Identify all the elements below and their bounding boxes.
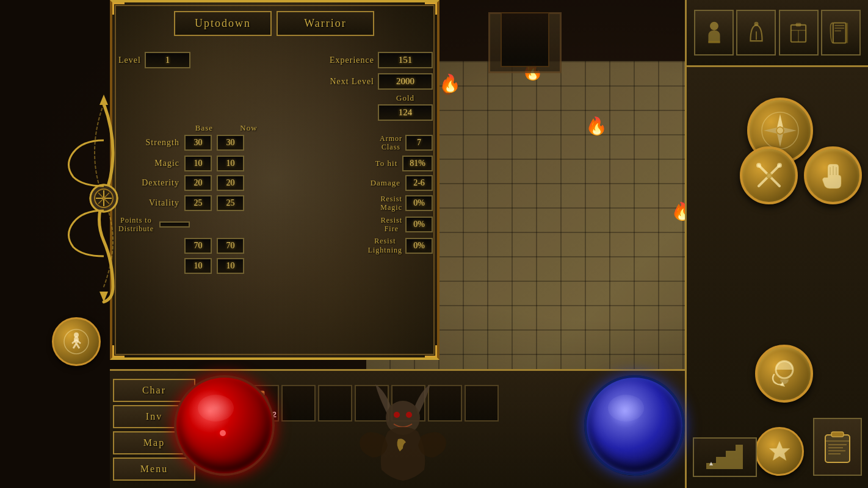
resist-lightning-label: ResistLightning — [368, 237, 402, 254]
to-hit-value: 81% — [402, 156, 433, 171]
gold-label: Gold — [396, 93, 414, 103]
extra-coin[interactable] — [755, 427, 804, 476]
corner-bl — [112, 345, 125, 357]
char-name-box: Uptodown — [174, 11, 272, 36]
svg-marker-1 — [99, 95, 108, 105]
strength-base: 30 — [184, 135, 212, 151]
mana-orb-highlight — [608, 395, 645, 422]
ui-inventory-icon[interactable] — [779, 10, 819, 56]
rotate-coin[interactable] — [755, 345, 813, 403]
vitality-base: 25 — [184, 195, 212, 211]
next-level-value: 2000 — [378, 73, 433, 90]
svg-rect-57 — [828, 450, 845, 451]
svg-line-14 — [76, 343, 79, 348]
health-orb-highlight — [198, 395, 234, 422]
svg-point-48 — [756, 163, 761, 168]
resist-fire-label: ResistFire — [381, 216, 402, 234]
svg-point-42 — [777, 127, 783, 134]
char-header: Uptodown Warrior — [113, 7, 435, 39]
level-label: Level — [118, 56, 141, 65]
stairs-icon-box[interactable] — [693, 437, 757, 477]
char-class: Warrior — [304, 17, 347, 29]
svg-rect-55 — [828, 444, 847, 445]
col-now-label: Now — [229, 123, 269, 133]
svg-rect-61 — [716, 457, 726, 469]
svg-rect-25 — [708, 41, 720, 43]
svg-rect-59 — [831, 432, 844, 437]
svg-rect-31 — [796, 23, 801, 26]
next-level-row: Next Level 2000 — [112, 73, 439, 90]
mana-now: 10 — [217, 258, 244, 274]
belt-slot-2[interactable] — [281, 385, 316, 422]
svg-rect-56 — [828, 447, 843, 448]
gold-section: Gold 124 — [112, 93, 439, 121]
magic-base: 10 — [184, 156, 212, 171]
magic-row: Magic 10 10 To hit 81% — [112, 156, 439, 171]
life-base: 70 — [184, 238, 212, 254]
magic-label: Magic — [118, 159, 179, 168]
damage-label: Damage — [371, 178, 400, 188]
corner-br — [425, 345, 437, 357]
ui-character-icon[interactable] — [694, 10, 734, 56]
vitality-now: 25 — [217, 195, 244, 211]
ui-quest-icon[interactable] — [736, 10, 776, 56]
gold-value: 124 — [378, 104, 433, 121]
svg-rect-33 — [835, 24, 845, 26]
strength-row: Strength 30 30 ArmorClass 7 — [112, 134, 439, 152]
all-stats: Level 1 Experience 151 Next Level 2000 G… — [112, 52, 439, 278]
svg-marker-41 — [783, 127, 797, 134]
skill-coin[interactable] — [804, 146, 862, 204]
belt-slot-3[interactable] — [318, 385, 352, 422]
combat-coin[interactable] — [740, 146, 798, 204]
experience-label: Experience — [330, 56, 374, 65]
strength-label: Strength — [118, 138, 179, 148]
svg-rect-35 — [835, 30, 841, 31]
life-row: 70 70 ResistLightning 0% — [112, 237, 439, 254]
dexterity-row: Dexterity 20 20 Damage 2-6 — [112, 175, 439, 191]
mana-row: 10 10 — [112, 258, 439, 274]
level-experience-row: Level 1 Experience 151 — [112, 52, 439, 68]
health-orb-container[interactable] — [174, 375, 278, 479]
char-class-box: Warrior — [277, 11, 374, 36]
life-now: 70 — [217, 238, 244, 254]
movement-coin[interactable] — [52, 317, 101, 366]
points-label: Points toDistribute — [118, 216, 154, 234]
dexterity-label: Dexterity — [118, 178, 179, 188]
svg-marker-38 — [777, 114, 783, 127]
health-orb — [174, 375, 275, 476]
mana-base: 10 — [184, 258, 212, 274]
col-base-label: Base — [184, 123, 224, 133]
fire-2 — [586, 116, 604, 140]
dexterity-base: 20 — [184, 175, 212, 191]
vitality-label: Vitality — [118, 198, 179, 208]
svg-rect-53 — [825, 435, 850, 462]
svg-point-18 — [394, 412, 400, 418]
dungeon-doorway — [501, 12, 549, 67]
svg-rect-34 — [835, 27, 845, 29]
experience-value: 151 — [378, 52, 433, 68]
svg-rect-58 — [828, 453, 841, 454]
bottom-statue — [354, 378, 452, 488]
armor-class-value: 7 — [405, 135, 433, 151]
damage-value: 2-6 — [405, 175, 433, 191]
strength-now: 30 — [217, 135, 244, 151]
svg-point-12 — [74, 332, 79, 337]
scroll-icon-box[interactable] — [813, 418, 862, 476]
resist-magic-label: ResistMagic — [380, 195, 402, 212]
ui-spellbook-icon[interactable] — [821, 10, 861, 56]
svg-rect-62 — [726, 451, 736, 469]
health-glint — [220, 430, 226, 436]
svg-point-49 — [777, 163, 782, 168]
char-name: Uptodown — [195, 17, 251, 29]
belt-slot-7[interactable] — [465, 385, 499, 422]
mana-orb-container[interactable] — [584, 375, 688, 479]
inv-button-label: Inv — [146, 411, 162, 422]
svg-marker-39 — [777, 134, 783, 147]
svg-rect-63 — [736, 445, 743, 469]
svg-rect-36 — [846, 23, 848, 43]
fire-1 — [439, 73, 458, 98]
mana-orb — [584, 375, 685, 476]
resist-magic-value: 0% — [405, 195, 433, 211]
svg-point-19 — [406, 412, 412, 418]
svg-point-0 — [443, 88, 453, 95]
